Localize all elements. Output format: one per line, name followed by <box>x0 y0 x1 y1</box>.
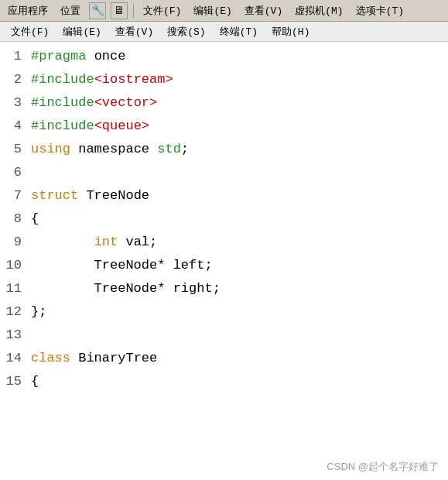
line-number: 13 <box>0 324 31 347</box>
tool-icon-1[interactable]: 🔧 <box>89 2 106 19</box>
code-line: 15{ <box>0 370 448 393</box>
code-segment: #include <box>31 95 94 110</box>
code-segment: <iostream> <box>94 72 173 87</box>
system-apps-label[interactable]: 应用程序 <box>3 2 53 19</box>
menu-file-sys[interactable]: 文件(F) <box>139 2 186 19</box>
line-number: 3 <box>0 91 31 115</box>
code-segment: std <box>157 142 181 156</box>
system-bar: 应用程序 位置 🔧 🖥 文件(F) 编辑(E) 查看(V) 虚拟机(M) 选项卡… <box>0 0 448 22</box>
line-content: TreeNode* right; <box>31 277 448 300</box>
line-content: }; <box>31 300 448 324</box>
menu-search[interactable]: 搜索(S) <box>161 23 211 40</box>
menu-view[interactable]: 查看(V) <box>109 23 159 40</box>
code-editor[interactable]: 1#pragma once2#include<iostream>3#includ… <box>0 42 448 480</box>
line-number: 2 <box>0 68 31 91</box>
separator-1 <box>133 4 134 18</box>
code-segment: TreeNode <box>78 188 149 203</box>
code-line: 6 <box>0 161 448 184</box>
line-content: { <box>31 370 448 393</box>
code-line: 12}; <box>0 300 448 324</box>
code-line: 1#pragma once <box>0 45 448 68</box>
code-line: 3#include<vector> <box>0 91 448 115</box>
code-segment: #include <box>31 72 94 87</box>
code-line: 5using namespace std; <box>0 138 448 161</box>
menu-edit-sys[interactable]: 编辑(E) <box>189 2 236 19</box>
line-number: 15 <box>0 370 31 393</box>
menu-view-sys[interactable]: 查看(V) <box>240 2 287 19</box>
menu-tab-sys[interactable]: 选项卡(T) <box>351 2 409 19</box>
menu-edit[interactable]: 编辑(E) <box>56 23 107 40</box>
code-line: 4#include<queue> <box>0 115 448 138</box>
code-segment: once <box>94 49 126 63</box>
code-segment: class <box>31 351 70 365</box>
line-number: 4 <box>0 115 31 138</box>
menu-file[interactable]: 文件(F) <box>5 23 55 40</box>
line-number: 5 <box>0 138 31 161</box>
code-segment: TreeNode* left; <box>31 258 213 273</box>
code-segment: ; <box>181 142 189 156</box>
line-content <box>31 161 448 184</box>
code-segment: <queue> <box>94 118 149 133</box>
code-segment: namespace <box>70 142 157 156</box>
code-line: 8{ <box>0 207 448 231</box>
line-number: 9 <box>0 231 31 254</box>
line-number: 10 <box>0 254 31 277</box>
code-line: 9 int val; <box>0 231 448 254</box>
line-content: struct TreeNode <box>31 184 448 207</box>
line-content: #include<vector> <box>31 91 448 115</box>
line-number: 7 <box>0 184 31 207</box>
line-content: #pragma once <box>31 45 448 68</box>
code-segment: { <box>31 211 39 226</box>
menu-vm-sys[interactable]: 虚拟机(M) <box>290 2 347 19</box>
menu-terminal[interactable]: 终端(T) <box>214 23 264 40</box>
code-segment: using <box>31 142 70 156</box>
line-content: int val; <box>31 231 448 254</box>
line-content: #include<queue> <box>31 115 448 138</box>
app-menu-bar: 文件(F) 编辑(E) 查看(V) 搜索(S) 终端(T) 帮助(H) <box>0 22 448 42</box>
line-number: 12 <box>0 300 31 324</box>
line-content: #include<iostream> <box>31 68 448 91</box>
tool-icon-2[interactable]: 🖥 <box>111 2 128 19</box>
code-segment: }; <box>31 304 46 319</box>
code-segment: #pragma <box>31 49 94 63</box>
code-line: 11 TreeNode* right; <box>0 277 448 300</box>
code-segment: BinaryTree <box>70 351 157 365</box>
code-line: 14class BinaryTree <box>0 347 448 370</box>
watermark: CSDN @起个名字好难了 <box>327 460 439 474</box>
line-number: 11 <box>0 277 31 300</box>
line-content: using namespace std; <box>31 138 448 161</box>
menu-help[interactable]: 帮助(H) <box>265 23 316 40</box>
system-location-label[interactable]: 位置 <box>56 2 85 19</box>
code-segment: #include <box>31 118 94 133</box>
line-content: TreeNode* left; <box>31 254 448 277</box>
code-line: 13 <box>0 324 448 347</box>
code-segment: { <box>31 374 39 389</box>
code-segment <box>31 235 94 249</box>
code-line: 7struct TreeNode <box>0 184 448 207</box>
code-line: 2#include<iostream> <box>0 68 448 91</box>
line-content: class BinaryTree <box>31 347 448 370</box>
line-number: 6 <box>0 161 31 184</box>
code-segment: TreeNode* right; <box>31 281 221 296</box>
code-line: 10 TreeNode* left; <box>0 254 448 277</box>
line-number: 1 <box>0 45 31 68</box>
line-number: 14 <box>0 347 31 370</box>
line-content <box>31 324 448 347</box>
line-content: { <box>31 207 448 231</box>
code-segment: struct <box>31 188 78 203</box>
code-segment: int <box>94 235 118 249</box>
code-segment: val; <box>118 235 157 249</box>
line-number: 8 <box>0 207 31 231</box>
code-segment: <vector> <box>94 95 158 110</box>
